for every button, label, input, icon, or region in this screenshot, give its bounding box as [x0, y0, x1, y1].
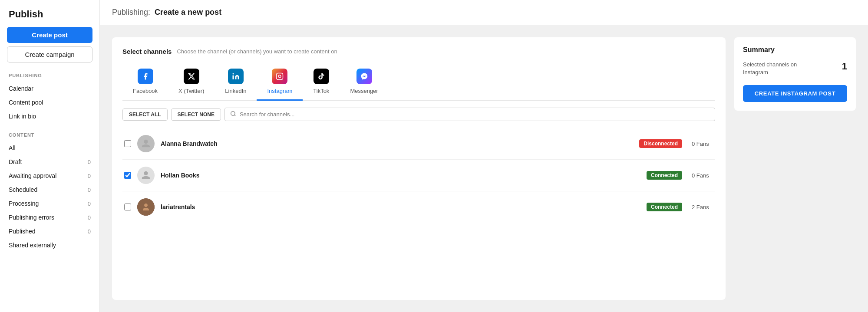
channel-select-title: Select channels: [122, 48, 172, 55]
channel-checkbox-alanna[interactable]: [124, 140, 131, 147]
tab-linkedin-label: LinkedIn: [225, 88, 246, 94]
channel-select-header: Select channels Choose the channel (or c…: [122, 48, 715, 55]
channel-name-hollan: Hollan Books: [161, 172, 640, 179]
main-body: Select channels Choose the channel (or c…: [100, 25, 868, 312]
svg-rect-1: [277, 73, 283, 80]
sidebar-item-publishing-errors[interactable]: Publishing errors 0: [0, 210, 99, 224]
search-input-wrap: [224, 108, 715, 121]
sidebar-item-draft[interactable]: Draft 0: [0, 155, 99, 169]
main-content: Publishing: Create a new post Select cha…: [100, 0, 868, 312]
select-controls: SELECT ALL SELECT NONE: [122, 108, 715, 121]
summary-channels-label: Selected channels onInstagram: [743, 61, 797, 76]
channel-list: Alanna Brandwatch Disconnected 0 Fans Ho…: [122, 128, 715, 223]
svg-point-0: [232, 73, 234, 75]
channel-tabs: Facebook X (Twitter) LinkedIn: [122, 64, 715, 101]
tab-instagram-label: Instagram: [267, 88, 292, 94]
published-count: 0: [88, 228, 91, 235]
header-prefix: Publishing:: [112, 8, 150, 16]
tab-instagram[interactable]: Instagram: [257, 64, 303, 101]
channel-selector-card: Select channels Choose the channel (or c…: [112, 37, 726, 300]
summary-row: Selected channels onInstagram 1: [743, 61, 847, 76]
status-badge-alanna: Disconnected: [639, 139, 682, 148]
svg-point-3: [231, 112, 235, 115]
sidebar-item-processing[interactable]: Processing 0: [0, 197, 99, 210]
sidebar-item-scheduled[interactable]: Scheduled 0: [0, 183, 99, 197]
tab-linkedin[interactable]: LinkedIn: [215, 64, 257, 101]
sidebar: Publish Create post Create campaign PUBL…: [0, 0, 100, 312]
avatar-lariat: [137, 198, 155, 216]
sidebar-title: Publish: [0, 9, 99, 27]
channel-select-subtitle: Choose the channel (or channels) you wan…: [177, 48, 337, 55]
search-icon: [230, 111, 236, 118]
tab-facebook-label: Facebook: [133, 88, 158, 94]
sidebar-item-all[interactable]: All: [0, 141, 99, 155]
linkedin-icon: [228, 69, 244, 84]
channel-name-lariat: lariatrentals: [161, 204, 640, 210]
sidebar-item-published[interactable]: Published 0: [0, 224, 99, 238]
summary-title: Summary: [743, 46, 847, 54]
sidebar-item-calendar[interactable]: Calendar: [0, 82, 99, 95]
sidebar-divider: [0, 127, 99, 127]
fans-count-alanna: 0 Fans: [692, 141, 713, 147]
messenger-icon: [356, 69, 372, 84]
tab-twitter[interactable]: X (Twitter): [168, 64, 215, 101]
sidebar-item-content-pool[interactable]: Content pool: [0, 95, 99, 109]
create-campaign-button[interactable]: Create campaign: [7, 46, 92, 62]
summary-count: 1: [842, 61, 847, 72]
select-all-button[interactable]: SELECT ALL: [122, 108, 168, 121]
sidebar-item-shared-externally[interactable]: Shared externally: [0, 238, 99, 252]
draft-count: 0: [88, 159, 91, 165]
tab-tiktok-label: TikTok: [313, 88, 329, 94]
page-header: Publishing: Create a new post: [100, 0, 868, 25]
tiktok-icon: [314, 69, 329, 84]
channel-name-alanna: Alanna Brandwatch: [161, 140, 633, 147]
sidebar-item-awaiting-approval[interactable]: Awaiting approval 0: [0, 169, 99, 183]
select-none-button[interactable]: SELECT NONE: [171, 108, 221, 121]
channel-row-alanna: Alanna Brandwatch Disconnected 0 Fans: [122, 128, 715, 160]
sidebar-item-link-in-bio[interactable]: Link in bio: [0, 109, 99, 123]
channel-checkbox-lariat[interactable]: [124, 204, 131, 210]
errors-count: 0: [88, 214, 91, 221]
status-badge-hollan: Connected: [647, 171, 682, 180]
fans-count-hollan: 0 Fans: [692, 172, 713, 179]
tab-twitter-label: X (Twitter): [178, 88, 204, 94]
instagram-icon: [272, 69, 287, 84]
publishing-section-label: PUBLISHING: [0, 73, 99, 82]
tab-tiktok[interactable]: TikTok: [303, 64, 340, 101]
facebook-icon: [138, 69, 153, 84]
summary-panel: Summary Selected channels onInstagram 1 …: [734, 37, 856, 300]
tab-messenger[interactable]: Messenger: [340, 64, 388, 101]
summary-card: Summary Selected channels onInstagram 1 …: [734, 37, 856, 111]
awaiting-count: 0: [88, 173, 91, 179]
channel-checkbox-hollan[interactable]: [124, 172, 131, 179]
tab-messenger-label: Messenger: [350, 88, 378, 94]
search-input[interactable]: [240, 111, 710, 118]
tab-facebook[interactable]: Facebook: [122, 64, 168, 101]
content-section-label: CONTENT: [0, 132, 99, 141]
twitter-icon: [184, 69, 199, 84]
create-instagram-post-button[interactable]: CREATE INSTAGRAM POST: [743, 85, 847, 102]
processing-count: 0: [88, 200, 91, 207]
status-badge-lariat: Connected: [647, 203, 682, 211]
avatar-alanna: [137, 135, 155, 152]
scheduled-count: 0: [88, 187, 91, 193]
create-post-button[interactable]: Create post: [7, 27, 92, 43]
channel-row-hollan: Hollan Books Connected 0 Fans: [122, 160, 715, 191]
fans-count-lariat: 2 Fans: [692, 204, 713, 210]
avatar-hollan: [137, 167, 155, 184]
page-title: Create a new post: [155, 8, 221, 16]
channel-row-lariat: lariatrentals Connected 2 Fans: [122, 191, 715, 223]
